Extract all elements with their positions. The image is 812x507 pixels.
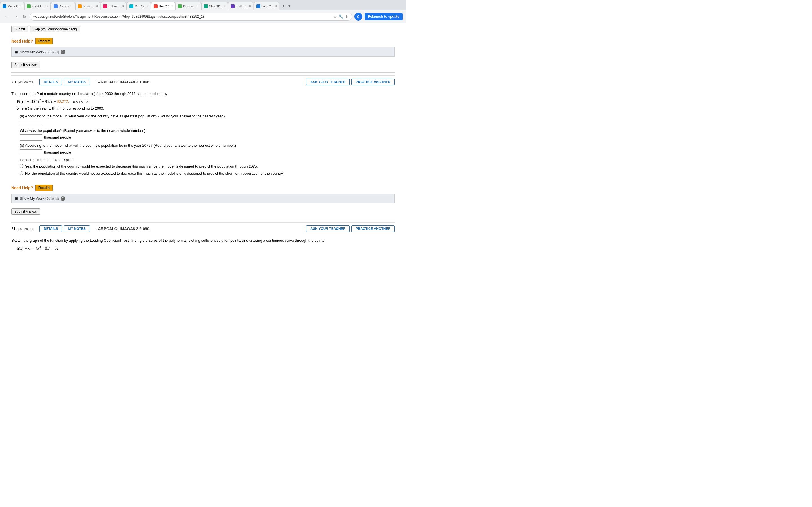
tab-unit2[interactable]: Unit 2.1 × (151, 2, 175, 10)
question-20-details-button[interactable]: DETAILS (40, 78, 62, 86)
tab-mathg-close[interactable]: × (249, 4, 251, 8)
question-20-part-a-population-input[interactable] (20, 134, 42, 140)
new-tab-button[interactable]: + (280, 3, 287, 9)
question-21-body: Sketch the graph of the function by appl… (11, 235, 395, 255)
tab-copy[interactable]: Copy of × (51, 2, 75, 10)
back-button[interactable]: ← (3, 13, 10, 20)
address-bar: ← → ↻ webassign.net/web/Student/Assignme… (0, 10, 406, 23)
question-20-part-b-input[interactable] (20, 149, 42, 156)
show-my-work-label[interactable]: Show My Work (Optional) (20, 50, 59, 54)
tab-mycou[interactable]: My Cou × (127, 2, 151, 10)
tab-newfo[interactable]: new-fo... × (75, 2, 100, 10)
extensions-icon[interactable]: 🔧 (339, 14, 343, 19)
tab-freem[interactable]: Free M... × (254, 2, 280, 10)
question-20-radio-no-input[interactable] (20, 171, 23, 175)
tab-copy-close[interactable]: × (70, 4, 72, 8)
question-20-header: 20. [-/4 Points] DETAILS MY NOTES LARPCA… (11, 75, 395, 88)
submit-answer-button-2[interactable]: Submit Answer (11, 209, 40, 215)
tab-overflow-button[interactable]: ▾ (287, 4, 292, 8)
show-my-work-section: ⊞ Show My Work (Optional) ? (11, 47, 395, 57)
show-my-work-help-icon[interactable]: ? (61, 50, 65, 54)
optional-label-2: (Optional) (45, 197, 59, 200)
reload-button[interactable]: ↻ (21, 13, 28, 20)
need-help-section-2: Need Help? Read It (11, 185, 395, 191)
tab-chatgp[interactable]: ChatGP... × (201, 2, 228, 10)
submit-button-top[interactable]: Submit (11, 26, 28, 33)
need-help-section: Need Help? Read It (11, 38, 395, 44)
read-it-button-2[interactable]: Read It (35, 185, 53, 191)
question-20-part-a-label: (a) According to the model, in what year… (20, 114, 395, 118)
question-20-formula-note: where t is the year, with t = 0 correspo… (17, 106, 395, 111)
question-21-details-button[interactable]: DETAILS (40, 225, 62, 232)
question-20-part-a: (a) According to the model, in what year… (20, 114, 395, 140)
question-20-ask-teacher-button[interactable]: ASK YOUR TEACHER (306, 78, 350, 86)
top-buttons-area: Submit Skip (you cannot come back) (11, 23, 395, 35)
tab-jesuit-close[interactable]: × (46, 4, 48, 8)
tab-pehma-label: PEhma... (108, 4, 121, 8)
tab-newfo-label: new-fo... (83, 4, 95, 8)
question-20-radio-no-label: No, the population of the country would … (25, 171, 284, 176)
tab-mycou-label: My Cou (135, 4, 145, 8)
tab-newfo-close[interactable]: × (96, 4, 98, 8)
show-my-work-help-icon-2[interactable]: ? (61, 196, 65, 201)
question-20-part-b-label: (b) According to the model, what will th… (20, 144, 395, 148)
question-21-ask-teacher-button[interactable]: ASK YOUR TEACHER (306, 225, 350, 232)
show-my-work-expand-icon-2[interactable]: ⊞ (15, 196, 18, 201)
question-20-radio-yes-label: Yes, the population of the country would… (25, 164, 258, 169)
need-help-label: Need Help? (11, 39, 33, 43)
url-box[interactable]: webassign.net/web/Student/Assignment-Res… (30, 13, 352, 20)
tab-mail-close[interactable]: × (19, 4, 21, 8)
question-20-text: The population P of a certain country (i… (11, 91, 395, 97)
question-20-points: [-/4 Points] (18, 80, 34, 84)
tab-freem-close[interactable]: × (275, 4, 277, 8)
tab-freem-label: Free M... (261, 4, 274, 8)
tab-pehma-close[interactable]: × (122, 4, 124, 8)
tab-bar: Mail - C × jesuitde... × Copy of × new-f… (0, 0, 406, 10)
tab-jesuit[interactable]: jesuitde... × (24, 2, 51, 10)
question-20-is-reasonable-label: Is this result reasonable? Explain. (20, 158, 395, 162)
question-20-body: The population P of a certain country (i… (11, 88, 395, 182)
question-21-header: 21. [-/7 Points] DETAILS MY NOTES LARPCA… (11, 222, 395, 235)
question-21-practice-another-button[interactable]: PRACTICE ANOTHER (351, 225, 395, 232)
forward-button[interactable]: → (12, 13, 19, 20)
url-icons: ☆ 🔧 ⬇ (333, 14, 349, 19)
optional-label: (Optional) (45, 50, 59, 54)
need-help-label-2: Need Help? (11, 186, 33, 190)
tab-jesuit-label: jesuitde... (32, 4, 45, 8)
skip-button-top[interactable]: Skip (you cannot come back) (30, 26, 80, 33)
question-20-formula: P(t) = −14.61t2 + 95.5t + 82,272, 0 ≤ t … (17, 99, 395, 104)
download-icon[interactable]: ⬇ (345, 14, 349, 19)
show-my-work-expand-icon[interactable]: ⊞ (15, 50, 18, 54)
tab-mathg[interactable]: math g... × (228, 2, 253, 10)
tab-desmo[interactable]: Desmo... × (175, 2, 201, 10)
tab-mathg-label: math g... (236, 4, 248, 8)
tab-mail[interactable]: Mail - C × (0, 2, 24, 10)
question-20-part-a-year-input[interactable] (20, 120, 42, 126)
question-20-radio-no: No, the population of the country would … (20, 171, 395, 176)
tab-copy-label: Copy of (59, 4, 69, 8)
question-20-part-a-thousand-label: thousand people (44, 135, 71, 139)
question-20-part-a-population-label: What was the population? (Round your ans… (20, 128, 395, 133)
tab-mycou-close[interactable]: × (146, 4, 148, 8)
tab-pehma[interactable]: PEhma... × (101, 2, 126, 10)
question-21-notes-button[interactable]: MY NOTES (64, 225, 90, 232)
tab-chatgp-close[interactable]: × (223, 4, 225, 8)
show-my-work-label-2[interactable]: Show My Work (Optional) (20, 196, 59, 201)
relaunch-button[interactable]: Relaunch to update (364, 13, 403, 20)
question-20-radio-yes-input[interactable] (20, 164, 23, 168)
question-20-practice-another-button[interactable]: PRACTICE ANOTHER (351, 78, 395, 86)
tab-desmo-close[interactable]: × (197, 4, 199, 8)
question-20-code: LARPCALCLIMAGA8 2.1.066. (96, 80, 306, 84)
question-20-action-buttons: DETAILS MY NOTES (40, 78, 90, 86)
question-21-number: 21. [-/7 Points] (11, 226, 40, 231)
question-20-number: 20. [-/4 Points] (11, 80, 40, 84)
question-20-notes-button[interactable]: MY NOTES (64, 78, 90, 86)
submit-answer-button[interactable]: Submit Answer (11, 62, 40, 68)
profile-avatar[interactable]: C (354, 13, 362, 20)
read-it-button[interactable]: Read It (35, 38, 53, 44)
question-20-intro: The population P of a certain country (i… (11, 92, 167, 96)
bookmark-icon[interactable]: ☆ (333, 14, 337, 19)
tab-unit2-close[interactable]: × (170, 4, 172, 8)
browser-chrome: Mail - C × jesuitde... × Copy of × new-f… (0, 0, 406, 23)
tab-desmo-label: Desmo... (183, 4, 195, 8)
